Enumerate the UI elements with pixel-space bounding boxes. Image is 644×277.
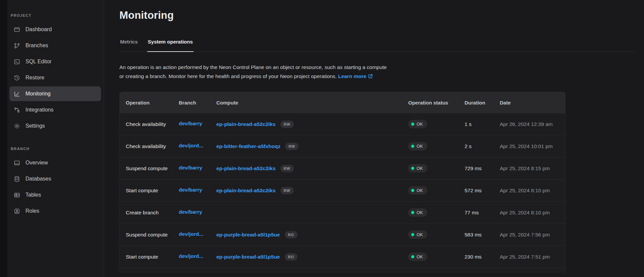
table-row: Check availabilitydev/jord...ep-bitter-f… <box>120 135 565 157</box>
sidebar-item-overview[interactable]: Overview <box>9 155 101 170</box>
operation-cell: Create branch <box>120 210 179 216</box>
sidebar-item-label: Monitoring <box>25 91 51 97</box>
compute-cell: ep-bitter-feather-a5fxhoqzRW <box>216 143 408 150</box>
tab-metrics[interactable]: Metrics <box>119 39 139 52</box>
status-cell: OK <box>408 120 465 128</box>
table-row: Suspend computedev/barryep-plain-bread-a… <box>120 157 565 179</box>
compute-link[interactable]: ep-plain-bread-a52c2iks <box>216 165 276 171</box>
branch-link[interactable]: dev/jord... <box>179 253 203 259</box>
branch-cell: dev/jord... <box>179 143 216 150</box>
integrations-icon <box>13 107 20 113</box>
sidebar-section-branch: BRANCHOverviewDatabasesTablesRoles <box>9 147 101 218</box>
branch-link[interactable]: dev/jord... <box>179 231 203 237</box>
status-label: OK <box>417 166 423 171</box>
operation-cell: Check availability <box>120 143 179 149</box>
duration-cell: 230 ms <box>465 254 500 260</box>
status-label: OK <box>417 232 423 237</box>
sidebar-item-restore[interactable]: Restore <box>9 70 101 85</box>
date-cell: Apr 25, 2024 8:15 pm <box>500 165 565 171</box>
sidebar-item-databases[interactable]: Databases <box>9 171 101 186</box>
status-label: OK <box>417 210 423 215</box>
date-cell: Apr 25, 2024 7:56 pm <box>500 232 565 238</box>
compute-link[interactable]: ep-plain-bread-a52c2iks <box>216 188 276 194</box>
status-badge: OK <box>408 164 427 172</box>
status-ok-dot <box>411 189 414 192</box>
status-ok-dot <box>411 167 414 170</box>
sidebar-section-label: BRANCH <box>9 147 101 154</box>
status-label: OK <box>417 254 423 259</box>
external-link-icon <box>368 74 373 79</box>
sidebar-item-settings[interactable]: Settings <box>9 119 101 133</box>
date-cell: Apr 26, 2024 12:39 am <box>500 121 565 127</box>
branch-cell: dev/barry <box>179 121 216 128</box>
table-row: Suspend computedev/jord...ep-purple-brea… <box>120 223 565 246</box>
tab-system-operations[interactable]: System operations <box>147 39 194 52</box>
column-header-duration: Duration <box>465 100 500 106</box>
date-cell: Apr 25, 2024 7:51 pm <box>500 254 565 260</box>
date-cell: Apr 25, 2024 8:10 pm <box>500 188 565 194</box>
duration-cell: 583 ms <box>465 232 500 238</box>
sidebar-item-dashboard[interactable]: Dashboard <box>9 22 101 37</box>
sidebar-section-project: PROJECTDashboardBranchesSQL EditorRestor… <box>9 13 101 133</box>
duration-cell: 1 s <box>465 121 500 127</box>
compute-type-badge: RW <box>285 143 299 150</box>
sidebar-item-monitoring[interactable]: Monitoring <box>9 86 101 101</box>
compute-link[interactable]: ep-bitter-feather-a5fxhoqz <box>216 143 280 149</box>
date-cell: Apr 25, 2024 8:10 pm <box>500 210 565 216</box>
status-cell: OK <box>408 186 465 195</box>
duration-cell: 2 s <box>465 143 500 149</box>
branch-cell: dev/jord... <box>179 231 216 238</box>
status-badge: OK <box>408 120 427 128</box>
operation-cell: Suspend compute <box>120 232 179 238</box>
compute-link[interactable]: ep-plain-bread-a52c2iks <box>216 121 276 127</box>
sidebar-item-branches[interactable]: Branches <box>9 38 101 53</box>
sidebar-item-tables[interactable]: Tables <box>9 188 101 202</box>
tab-bar: MetricsSystem operations <box>119 39 635 52</box>
sidebar-item-label: Tables <box>25 192 41 198</box>
duration-cell: 572 ms <box>465 188 500 194</box>
branch-link[interactable]: dev/barry <box>179 187 202 193</box>
status-ok-dot <box>411 123 414 126</box>
date-cell: Apr 25, 2024 10:01 pm <box>500 143 565 149</box>
table-row: Start computedev/barryep-plain-bread-a52… <box>120 179 565 201</box>
status-cell: OK <box>408 230 465 239</box>
sidebar-item-sql-editor[interactable]: SQL Editor <box>9 54 101 69</box>
sidebar-item-label: Branches <box>25 43 48 49</box>
status-badge: OK <box>408 142 427 150</box>
tables-icon <box>13 192 20 198</box>
settings-icon <box>13 123 20 129</box>
branch-cell: dev/barry <box>179 165 216 172</box>
compute-cell: ep-purple-bread-a5l1p5ueRO <box>216 253 408 261</box>
column-header-branch: Branch <box>179 100 216 106</box>
learn-more-link[interactable]: Learn more <box>338 72 373 81</box>
roles-icon <box>13 208 20 214</box>
table-row: Start computedev/jord...ep-purple-bread-… <box>120 246 565 268</box>
branch-link[interactable]: dev/barry <box>179 209 202 215</box>
sidebar-item-label: Databases <box>25 176 51 182</box>
branch-link[interactable]: dev/jord... <box>179 143 203 149</box>
compute-type-badge: RW <box>280 165 294 172</box>
sidebar-item-label: Restore <box>25 75 44 81</box>
table-row: Create branchdev/barryOK77 msApr 25, 202… <box>120 201 565 223</box>
compute-link[interactable]: ep-purple-bread-a5l1p5ue <box>216 232 280 238</box>
description-line2: or creating a branch. Monitor here for t… <box>119 73 337 79</box>
compute-cell: ep-plain-bread-a52c2iksRW <box>216 121 408 128</box>
status-cell: OK <box>408 142 465 150</box>
duration-cell: 729 ms <box>465 165 500 171</box>
status-label: OK <box>417 188 423 193</box>
status-cell: OK <box>408 164 465 172</box>
sidebar-item-label: Dashboard <box>25 26 52 32</box>
table-header-row: OperationBranchComputeOperation statusDu… <box>120 92 565 113</box>
status-ok-dot <box>411 145 414 148</box>
branch-cell: dev/barry <box>179 187 216 194</box>
sidebar-item-roles[interactable]: Roles <box>9 204 101 218</box>
sidebar-item-integrations[interactable]: Integrations <box>9 102 101 117</box>
overview-icon <box>13 159 20 166</box>
branch-link[interactable]: dev/barry <box>179 121 202 127</box>
branch-link[interactable]: dev/barry <box>179 165 202 171</box>
sidebar-item-label: SQL Editor <box>25 59 52 65</box>
status-badge: OK <box>408 186 427 195</box>
compute-link[interactable]: ep-purple-bread-a5l1p5ue <box>216 254 280 260</box>
sidebar-item-label: Roles <box>25 208 39 214</box>
operation-cell: Check availability <box>120 121 179 127</box>
